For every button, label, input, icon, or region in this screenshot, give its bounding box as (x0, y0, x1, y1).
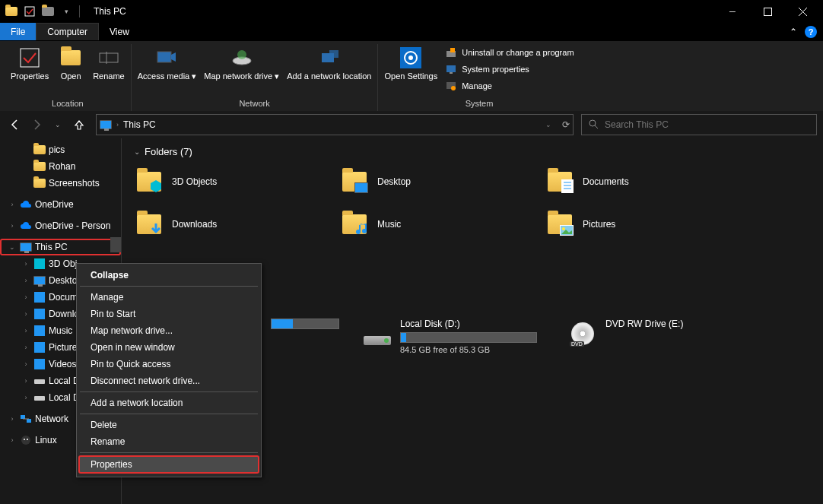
svg-point-13 (408, 55, 413, 60)
sidebar-item-label: Docum (49, 292, 78, 303)
properties-icon (17, 46, 42, 70)
menu-tabs: File Computer View ⌃ ? (0, 23, 823, 41)
sysprops-icon (445, 63, 457, 75)
sidebar-item-label: Screenshots (49, 178, 100, 189)
chevron-icon: › (21, 360, 30, 368)
qat-dropdown-icon[interactable]: ▾ (58, 3, 75, 20)
nav-bar: ⌄ › This PC ⌄ ⟳ (0, 111, 823, 138)
context-menu-item[interactable]: Pin to Start (78, 306, 259, 322)
sidebar-item-label: Local D (49, 376, 80, 386)
context-menu-item[interactable]: Open in new window (78, 339, 259, 356)
folder-item[interactable]: Desktop (339, 163, 529, 200)
ribbon-access-media-button[interactable]: Access media ▾ (135, 44, 200, 97)
context-menu-item[interactable]: Manage (78, 289, 259, 306)
folder-label: Desktop (377, 176, 411, 187)
help-icon[interactable]: ? (805, 26, 817, 38)
context-menu-item[interactable]: Collapse (78, 267, 259, 284)
sidebar-item[interactable]: Screenshots (0, 175, 121, 192)
qat-properties-icon[interactable] (21, 3, 38, 20)
forward-button[interactable] (27, 116, 46, 134)
sidebar-item-label: Deskto (49, 275, 77, 286)
context-menu-item[interactable]: Pin to Quick access (78, 356, 259, 372)
ribbon-properties-button[interactable]: Properties (8, 44, 52, 97)
sidebar-icon (33, 274, 46, 287)
sidebar-item[interactable]: ›OneDrive - Person (0, 217, 121, 234)
context-menu-item[interactable]: Rename (78, 433, 259, 450)
rename-icon (97, 46, 121, 70)
context-menu-item[interactable]: Add a network location (78, 395, 259, 411)
folder-item[interactable]: Music (339, 206, 529, 242)
sidebar-item[interactable]: ›OneDrive (0, 196, 121, 213)
svg-rect-30 (21, 415, 25, 419)
svg-rect-16 (446, 65, 456, 72)
add-location-icon (317, 46, 342, 70)
up-button[interactable] (70, 116, 88, 134)
drive-item[interactable] (271, 319, 347, 354)
context-menu-item[interactable]: Properties (78, 455, 259, 474)
folder-icon (134, 166, 164, 197)
drive-item[interactable]: DVDDVD RW Drive (E:) (567, 319, 758, 354)
sidebar-icon (33, 144, 46, 156)
ribbon-sysprops-button[interactable]: System properties (442, 61, 577, 78)
title-bar: ▾ This PC ─ (0, 0, 823, 23)
tab-file[interactable]: File (0, 23, 36, 40)
ribbon-uninstall-button[interactable]: Uninstall or change a program (442, 44, 577, 61)
address-bar[interactable]: › This PC ⌄ ⟳ (96, 114, 574, 135)
svg-point-8 (237, 50, 246, 59)
search-box[interactable] (581, 114, 817, 135)
open-folder-icon (59, 46, 83, 70)
folder-item[interactable]: Pictures (545, 206, 735, 242)
settings-gear-icon (399, 46, 423, 70)
folder-icon (134, 209, 164, 239)
explorer-icon[interactable] (3, 3, 20, 20)
ribbon-manage-button[interactable]: Manage (442, 78, 577, 94)
sidebar-item[interactable]: Rohan (0, 158, 121, 175)
sidebar-item-label: Linux (35, 435, 57, 445)
tab-computer[interactable]: Computer (36, 23, 99, 40)
chevron-icon: › (8, 201, 17, 208)
drive-item[interactable]: Local Disk (D:)84.5 GB free of 85.3 GB (362, 319, 552, 354)
sidebar-icon (33, 375, 46, 387)
svg-point-43 (562, 227, 565, 230)
chevron-icon: ⌄ (8, 243, 17, 251)
recent-dropdown[interactable]: ⌄ (49, 116, 67, 134)
ribbon-open-button[interactable]: Open (53, 44, 88, 97)
sidebar-item[interactable]: pics (0, 141, 121, 158)
search-input[interactable] (605, 119, 810, 130)
folders-group-header[interactable]: ⌄ Folders (7) (134, 146, 811, 157)
tab-view[interactable]: View (99, 23, 140, 40)
folder-item[interactable]: Downloads (134, 206, 324, 242)
folder-item[interactable]: 3D Objects (134, 163, 324, 200)
chevron-icon: › (8, 415, 17, 423)
context-menu-item[interactable]: Delete (78, 417, 259, 433)
refresh-icon[interactable]: ⟳ (562, 119, 570, 130)
back-button[interactable] (6, 116, 24, 134)
ribbon-rename-button[interactable]: Rename (90, 44, 128, 97)
close-button[interactable] (785, 0, 820, 23)
address-dropdown-icon[interactable]: ⌄ (545, 121, 551, 128)
chevron-down-icon: ⌄ (134, 147, 140, 156)
sidebar-item[interactable]: ⌄This PC (0, 239, 121, 255)
breadcrumb[interactable]: This PC (123, 119, 156, 130)
ribbon-open-settings-button[interactable]: Open Settings (381, 44, 440, 97)
maximize-button[interactable] (750, 0, 785, 23)
context-menu-item[interactable]: Disconnect network drive... (78, 372, 259, 389)
svg-point-19 (451, 86, 456, 90)
svg-rect-17 (450, 72, 453, 74)
minimize-button[interactable]: ─ (715, 0, 750, 23)
ribbon-add-location-button[interactable]: Add a network location (284, 44, 374, 97)
svg-marker-6 (171, 52, 176, 62)
svg-line-21 (595, 125, 598, 128)
folder-icon (339, 166, 370, 197)
ribbon-collapse-icon[interactable]: ⌃ (790, 27, 797, 37)
sidebar-icon (33, 391, 46, 404)
folder-icon (545, 209, 575, 239)
uninstall-icon (445, 46, 457, 59)
scrollbar-thumb[interactable] (110, 237, 121, 252)
context-menu-item[interactable]: Map network drive... (78, 322, 259, 339)
ribbon-map-drive-button[interactable]: Map network drive ▾ (201, 44, 282, 97)
sidebar-icon (33, 358, 46, 370)
sidebar-item-label: Music (49, 325, 72, 336)
qat-newfolder-icon[interactable] (40, 3, 56, 20)
folder-item[interactable]: Documents (545, 163, 735, 200)
